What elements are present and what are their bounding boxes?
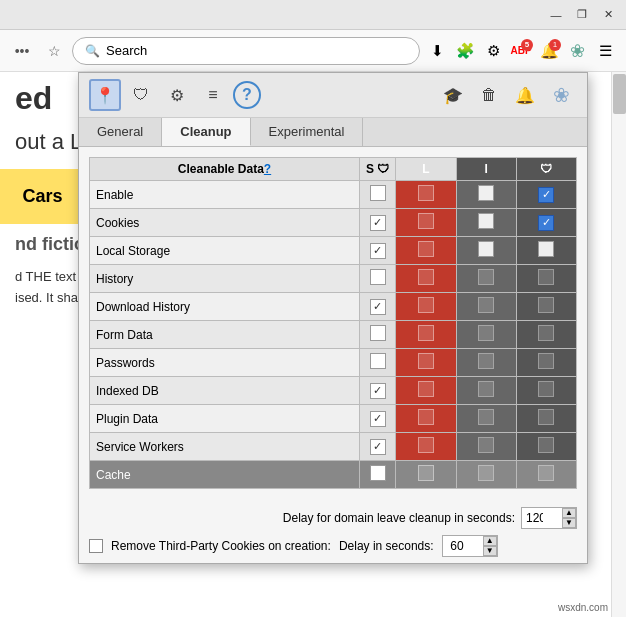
third-party-checkbox[interactable] — [89, 539, 103, 553]
col-i-shield-cell[interactable] — [516, 293, 576, 321]
col-l-cell[interactable] — [396, 293, 456, 321]
col-i-cell[interactable] — [456, 293, 516, 321]
settings-icon[interactable]: ⚙ — [480, 38, 506, 64]
checkbox-l[interactable] — [418, 381, 434, 397]
checkbox-s[interactable]: ✓ — [370, 243, 386, 259]
col-i-shield-cell[interactable] — [516, 237, 576, 265]
checkbox-i-empty[interactable] — [478, 381, 494, 397]
col-s-cell[interactable] — [359, 321, 395, 349]
checkbox-i[interactable] — [478, 213, 494, 229]
col-i-shield-cell[interactable] — [516, 461, 576, 489]
checkbox-i-empty[interactable] — [478, 353, 494, 369]
col-i-shield-cell[interactable] — [516, 377, 576, 405]
col-i-cell[interactable] — [456, 209, 516, 237]
checkbox-i-empty[interactable] — [478, 409, 494, 425]
close-button[interactable]: ✕ — [595, 4, 621, 26]
flower2-icon[interactable]: ❀ — [545, 79, 577, 111]
checkbox-l[interactable] — [418, 213, 434, 229]
gear-icon[interactable]: ⚙ — [161, 79, 193, 111]
abp-icon[interactable]: ABP 5 — [508, 38, 534, 64]
tab-cleanup[interactable]: Cleanup — [162, 118, 250, 146]
col-s-cell[interactable] — [359, 265, 395, 293]
download-icon[interactable]: ⬇ — [424, 38, 450, 64]
checkbox-i-shield[interactable]: ✓ — [538, 215, 554, 231]
checkbox-s[interactable]: ✓ — [370, 439, 386, 455]
search-input[interactable] — [106, 43, 407, 58]
checkbox-l[interactable] — [418, 269, 434, 285]
checkbox-s[interactable]: ✓ — [370, 383, 386, 399]
col-i-shield-cell[interactable] — [516, 349, 576, 377]
col-s-cell[interactable] — [359, 461, 395, 489]
checkbox-i-shield-off[interactable] — [538, 325, 554, 341]
search-bar[interactable]: 🔍 — [72, 37, 420, 65]
scrollbar[interactable] — [611, 72, 626, 617]
checkbox-l[interactable] — [418, 409, 434, 425]
menu-icon[interactable]: ☰ — [592, 38, 618, 64]
col-i-cell[interactable] — [456, 433, 516, 461]
checkbox-i-empty[interactable] — [478, 465, 494, 481]
checkbox-l[interactable] — [418, 185, 434, 201]
col-l-cell[interactable] — [396, 405, 456, 433]
checkbox-i-shield-off[interactable] — [538, 437, 554, 453]
col-s-cell[interactable]: ✓ — [359, 433, 395, 461]
checkbox-l[interactable] — [418, 241, 434, 257]
col-s-cell[interactable]: ✓ — [359, 237, 395, 265]
delay-seconds-input[interactable] — [443, 536, 483, 556]
list-icon[interactable]: ≡ — [197, 79, 229, 111]
col-i-cell[interactable] — [456, 405, 516, 433]
delay-seconds-wrapper[interactable]: ▲ ▼ — [442, 535, 498, 557]
col-l-cell[interactable] — [396, 265, 456, 293]
col-i-cell[interactable] — [456, 461, 516, 489]
checkbox-i-shield-off[interactable] — [538, 353, 554, 369]
checkbox-i-empty[interactable] — [478, 437, 494, 453]
checkbox-i[interactable] — [478, 185, 494, 201]
checkbox-l[interactable] — [418, 297, 434, 313]
col-l-cell[interactable] — [396, 349, 456, 377]
tab-experimental[interactable]: Experimental — [251, 118, 364, 146]
shield-icon[interactable]: 🛡 — [125, 79, 157, 111]
bell-icon[interactable]: 🔔 — [509, 79, 541, 111]
col-l-cell[interactable] — [396, 461, 456, 489]
col-i-cell[interactable] — [456, 321, 516, 349]
col-s-cell[interactable]: ✓ — [359, 209, 395, 237]
maximize-button[interactable]: ❐ — [569, 4, 595, 26]
checkbox-l[interactable] — [418, 353, 434, 369]
checkbox-i[interactable] — [478, 241, 494, 257]
col-i-shield-cell[interactable] — [516, 405, 576, 433]
col-l-cell[interactable] — [396, 433, 456, 461]
col-l-cell[interactable] — [396, 237, 456, 265]
checkbox-i-shield-off[interactable] — [538, 381, 554, 397]
hat-icon[interactable]: 🎓 — [437, 79, 469, 111]
col-l-cell[interactable] — [396, 181, 456, 209]
col-i-cell[interactable] — [456, 377, 516, 405]
seconds-decrement[interactable]: ▼ — [483, 546, 497, 556]
checkbox-l[interactable] — [418, 437, 434, 453]
col-l-cell[interactable] — [396, 209, 456, 237]
extensions-icon[interactable]: 🧩 — [452, 38, 478, 64]
checkbox-s-empty[interactable] — [370, 325, 386, 341]
col-s-cell[interactable] — [359, 349, 395, 377]
checkbox-i-shield-off[interactable] — [538, 269, 554, 285]
col-i-shield-cell[interactable]: ✓ — [516, 181, 576, 209]
scrollbar-thumb[interactable] — [613, 74, 626, 114]
help-circle-icon[interactable]: ? — [233, 81, 261, 109]
notification-icon[interactable]: 🔔 1 — [536, 38, 562, 64]
help-link[interactable]: ? — [264, 162, 271, 176]
location-icon[interactable]: 📍 — [89, 79, 121, 111]
checkbox-i-shield-empty[interactable] — [538, 241, 554, 257]
col-i-shield-cell[interactable]: ✓ — [516, 209, 576, 237]
checkbox-s-empty[interactable] — [370, 465, 386, 481]
col-s-cell[interactable] — [359, 181, 395, 209]
bookmark-button[interactable]: ☆ — [40, 37, 68, 65]
delay-input-wrapper[interactable]: ▲ ▼ — [521, 507, 577, 529]
delay-decrement[interactable]: ▼ — [562, 518, 576, 528]
col-i-cell[interactable] — [456, 349, 516, 377]
checkbox-l[interactable] — [418, 465, 434, 481]
checkbox-s[interactable]: ✓ — [370, 215, 386, 231]
col-l-cell[interactable] — [396, 377, 456, 405]
checkbox-i-empty[interactable] — [478, 269, 494, 285]
delay-increment[interactable]: ▲ — [562, 508, 576, 518]
checkbox-i-shield-off[interactable] — [538, 297, 554, 313]
checkbox-i-shield[interactable]: ✓ — [538, 187, 554, 203]
col-i-cell[interactable] — [456, 237, 516, 265]
